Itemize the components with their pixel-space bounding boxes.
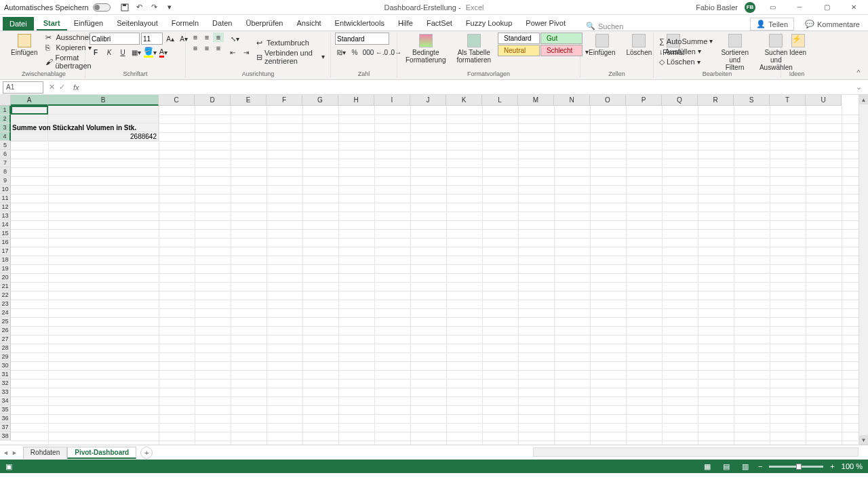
sheet-nav-prev[interactable]: ► — [12, 449, 18, 456]
row-header-15[interactable]: 15 — [0, 229, 11, 238]
column-header-G[interactable]: G — [302, 95, 338, 106]
row-header-14[interactable]: 14 — [0, 220, 11, 229]
align-middle-button[interactable]: ≡ — [201, 33, 212, 42]
row-header-23[interactable]: 23 — [0, 300, 11, 308]
align-right-button[interactable]: ≡ — [213, 43, 224, 53]
row-header-38[interactable]: 38 — [0, 432, 11, 441]
align-center-button[interactable]: ≡ — [201, 43, 212, 53]
row-header-20[interactable]: 20 — [0, 273, 11, 282]
column-header-T[interactable]: T — [770, 95, 806, 106]
column-header-N[interactable]: N — [554, 95, 590, 106]
user-avatar[interactable]: FB — [745, 2, 755, 13]
minimize-button[interactable]: ─ — [789, 1, 810, 14]
ribbon-tab-seitenlayout[interactable]: Seitenlayout — [110, 17, 165, 30]
row-header-29[interactable]: 29 — [0, 352, 11, 361]
row-header-4[interactable]: 4 — [0, 132, 11, 141]
clear-button[interactable]: ◇Löschen▾ — [658, 57, 714, 67]
cell-style-standard[interactable]: Standard — [498, 33, 540, 44]
bold-button[interactable]: F — [90, 46, 102, 58]
close-button[interactable]: ✕ — [844, 1, 864, 14]
row-header-33[interactable]: 33 — [0, 388, 11, 396]
cell-style-gut[interactable]: Gut — [540, 33, 583, 44]
font-name-select[interactable] — [90, 33, 140, 45]
merge-center-button[interactable]: ⊟Verbinden und zentrieren▾ — [255, 48, 326, 66]
row-header-27[interactable]: 27 — [0, 335, 11, 344]
border-button[interactable]: ▦▾ — [130, 46, 142, 58]
format-as-table-button[interactable]: Als Tabelle formatieren — [452, 33, 495, 65]
cell-A3[interactable]: Summe von Stückzahl Volumen in Stk. — [11, 123, 48, 132]
row-header-17[interactable]: 17 — [0, 247, 11, 256]
select-all-button[interactable] — [0, 95, 11, 106]
fill-color-button[interactable]: 🪣▾ — [144, 46, 156, 58]
tell-me-search[interactable]: 🔍 Suchen — [586, 22, 623, 30]
save-icon[interactable] — [120, 3, 130, 12]
decrease-indent-button[interactable]: ⇤ — [226, 46, 239, 58]
collapse-ribbon-button[interactable]: ^ — [852, 33, 865, 78]
column-header-P[interactable]: P — [626, 95, 662, 106]
normal-view-button[interactable]: ▦ — [701, 462, 713, 471]
qat-customize-icon[interactable]: ▾ — [165, 3, 174, 12]
zoom-in-button[interactable]: + — [830, 462, 834, 470]
scroll-down-button[interactable]: ▼ — [859, 435, 868, 445]
row-header-34[interactable]: 34 — [0, 396, 11, 405]
increase-indent-button[interactable]: ⇥ — [240, 46, 252, 58]
page-break-view-button[interactable]: ▥ — [739, 462, 751, 471]
column-header-I[interactable]: I — [374, 95, 410, 106]
cell[interactable] — [11, 115, 48, 123]
row-header-11[interactable]: 11 — [0, 194, 11, 203]
autosum-button[interactable]: ∑AutoSumme▾ — [658, 37, 714, 46]
row-header-8[interactable]: 8 — [0, 167, 11, 176]
column-header-D[interactable]: D — [195, 95, 231, 106]
cell-style-neutral[interactable]: Neutral — [498, 45, 540, 56]
row-header-18[interactable]: 18 — [0, 256, 11, 264]
ribbon-tab-überprüfen[interactable]: Überprüfen — [239, 17, 290, 30]
ideas-button[interactable]: ⚡Ideen — [785, 33, 810, 58]
column-header-C[interactable]: C — [159, 95, 195, 106]
row-header-9[interactable]: 9 — [0, 176, 11, 185]
row-header-26[interactable]: 26 — [0, 326, 11, 335]
row-header-19[interactable]: 19 — [0, 264, 11, 273]
ribbon-tab-einfügen[interactable]: Einfügen — [67, 17, 110, 30]
column-header-R[interactable]: R — [698, 95, 734, 106]
active-cell[interactable] — [11, 106, 48, 115]
ribbon-tab-formeln[interactable]: Formeln — [165, 17, 205, 30]
row-header-2[interactable]: 2 — [0, 115, 11, 123]
column-header-Q[interactable]: Q — [662, 95, 698, 106]
ribbon-tab-start[interactable]: Start — [37, 17, 67, 30]
row-header-28[interactable]: 28 — [0, 344, 11, 352]
row-header-35[interactable]: 35 — [0, 405, 11, 414]
row-header-37[interactable]: 37 — [0, 423, 11, 432]
page-layout-view-button[interactable]: ▤ — [720, 462, 732, 471]
column-header-S[interactable]: S — [734, 95, 770, 106]
row-header-5[interactable]: 5 — [0, 141, 11, 150]
column-header-A[interactable]: A — [11, 95, 48, 106]
column-header-U[interactable]: U — [806, 95, 842, 106]
comments-button[interactable]: 💬Kommentare — [800, 18, 865, 30]
column-header-B[interactable]: B — [48, 95, 159, 106]
paste-button[interactable]: Einfügen — [7, 33, 41, 58]
cell-B4[interactable]: 2688642 — [48, 132, 159, 141]
row-header-25[interactable]: 25 — [0, 317, 11, 326]
row-header-1[interactable]: 1 — [0, 106, 11, 115]
fx-icon[interactable]: fx — [73, 83, 79, 92]
column-header-M[interactable]: M — [518, 95, 554, 106]
scroll-up-button[interactable]: ▲ — [859, 95, 868, 104]
horizontal-scrollbar[interactable] — [533, 447, 859, 457]
row-header-12[interactable]: 12 — [0, 203, 11, 211]
increase-decimal-button[interactable]: ←.0 — [376, 46, 388, 58]
ribbon-tab-fuzzy lookup[interactable]: Fuzzy Lookup — [459, 17, 519, 30]
ribbon-tab-power pivot[interactable]: Power Pivot — [519, 17, 572, 30]
conditional-formatting-button[interactable]: Bedingte Formatierung — [401, 33, 450, 65]
ribbon-tab-factset[interactable]: FactSet — [420, 17, 459, 30]
row-header-10[interactable]: 10 — [0, 185, 11, 194]
sheet-tab-rohdaten[interactable]: Rohdaten — [23, 447, 67, 459]
row-header-31[interactable]: 31 — [0, 370, 11, 379]
maximize-button[interactable]: ▢ — [816, 1, 837, 14]
font-color-button[interactable]: A▾ — [157, 46, 170, 58]
font-size-select[interactable] — [141, 33, 163, 45]
sheet-nav-first[interactable]: ◄ — [3, 449, 9, 456]
user-name[interactable]: Fabio Basler — [696, 3, 738, 12]
ribbon-tab-hilfe[interactable]: Hilfe — [391, 17, 420, 30]
row-header-16[interactable]: 16 — [0, 238, 11, 247]
file-tab[interactable]: Datei — [3, 17, 34, 30]
